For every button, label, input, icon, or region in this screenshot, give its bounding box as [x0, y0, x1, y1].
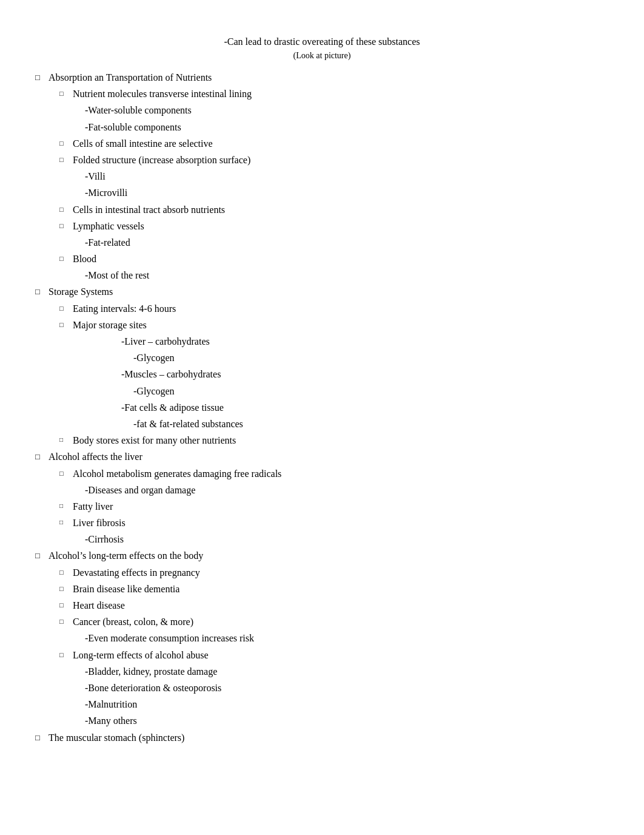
- sub-item: -Cirrhosis: [73, 531, 595, 547]
- list-item: Liver fibrosis -Cirrhosis: [73, 515, 595, 547]
- alcohol-liver-items: Alcohol metabolism generates damaging fr…: [49, 465, 595, 548]
- list-item: Eating intervals: 4-6 hours: [73, 300, 595, 317]
- item-label: Liver fibrosis: [73, 518, 126, 528]
- item-label: Devastating effects in pregnancy: [73, 567, 200, 578]
- alcohol-longterm-items: Devastating effects in pregnancy Brain d…: [49, 564, 595, 729]
- list-item: Fatty liver: [73, 498, 595, 515]
- list-item: Folded structure (increase absorption su…: [73, 152, 595, 201]
- list-item: Long-term effects of alcohol abuse -Blad…: [73, 647, 595, 729]
- sub-item: -Bone deterioration & osteoporosis: [73, 680, 595, 696]
- sub-item: -Many others: [73, 712, 595, 729]
- list-item: Cells of small intestine are selective: [73, 135, 595, 152]
- storage-items: Eating intervals: 4-6 hours Major storag…: [49, 300, 595, 449]
- sub-item: -Diseases and organ damage: [73, 482, 595, 498]
- item-label: Long-term effects of alcohol abuse: [73, 650, 209, 660]
- list-item: -Muscles – carbohydrates: [121, 366, 595, 382]
- section-muscular: The muscular stomach (sphincters): [49, 729, 595, 746]
- item-label: Body stores exist for many other nutrien…: [73, 435, 236, 445]
- item-label: Nutrient molecules transverse intestinal…: [73, 89, 252, 99]
- list-item: -Glycogen: [121, 383, 595, 399]
- item-label: Fatty liver: [73, 501, 113, 512]
- sub-item: -Fat-related: [73, 234, 595, 251]
- list-item: Major storage sites -Liver – carbohydrat…: [73, 317, 595, 432]
- section-muscular-label: The muscular stomach (sphincters): [49, 732, 184, 743]
- sub-item: -Water-soluble components: [73, 102, 595, 118]
- list-item: Alcohol metabolism generates damaging fr…: [73, 465, 595, 498]
- item-label: Cancer (breast, colon, & more): [73, 617, 193, 627]
- list-item: Cells in intestinal tract absorb nutrien…: [73, 201, 595, 218]
- section-alcohol-longterm-label: Alcohol’s long-term effects on the body: [49, 550, 203, 561]
- list-item: Brain disease like dementia: [73, 581, 595, 597]
- sub-item: -Bladder, kidney, prostate damage: [73, 663, 595, 680]
- sub-item: -Villi: [73, 168, 595, 184]
- list-item: -Fat cells & adipose tissue: [121, 399, 595, 416]
- lead-text: -Can lead to drastic overeating of these…: [49, 36, 595, 47]
- list-item: Devastating effects in pregnancy: [73, 564, 595, 581]
- item-label: Major storage sites: [73, 320, 147, 330]
- item-label: Cells in intestinal tract absorb nutrien…: [73, 205, 225, 215]
- sub-item: -Even moderate consumption increases ris…: [73, 630, 595, 646]
- list-item: Body stores exist for many other nutrien…: [73, 432, 595, 448]
- section-storage: Storage Systems Eating intervals: 4-6 ho…: [49, 283, 595, 448]
- list-item: -Liver – carbohydrates: [121, 333, 595, 350]
- section-alcohol-liver: Alcohol affects the liver Alcohol metabo…: [49, 448, 595, 547]
- item-label: Eating intervals: 4-6 hours: [73, 303, 176, 314]
- sub-item: -Fat-soluble components: [73, 119, 595, 135]
- list-item: Lymphatic vessels -Fat-related: [73, 218, 595, 251]
- absorption-items: Nutrient molecules transverse intestinal…: [49, 86, 595, 283]
- page-container: -Can lead to drastic overeating of these…: [49, 36, 595, 746]
- item-label: Lymphatic vessels: [73, 221, 144, 231]
- note-text: (Look at picture): [49, 51, 595, 61]
- item-label: Heart disease: [73, 600, 125, 610]
- item-label: Folded structure (increase absorption su…: [73, 155, 250, 165]
- item-label: Cells of small intestine are selective: [73, 138, 213, 149]
- list-item: Nutrient molecules transverse intestinal…: [73, 86, 595, 135]
- section-absorption: Absorption an Transportation of Nutrient…: [49, 69, 595, 283]
- section-absorption-label: Absorption an Transportation of Nutrient…: [49, 72, 212, 83]
- sub-item: -Malnutrition: [73, 696, 595, 712]
- list-item: Blood -Most of the rest: [73, 251, 595, 283]
- list-item: -fat & fat-related substances: [121, 416, 595, 432]
- list-item: Heart disease: [73, 597, 595, 614]
- item-label: Blood: [73, 254, 96, 264]
- item-label: Alcohol metabolism generates damaging fr…: [73, 468, 281, 479]
- list-item: Cancer (breast, colon, & more) -Even mod…: [73, 614, 595, 646]
- sub-item: -Most of the rest: [73, 267, 595, 283]
- section-alcohol-longterm: Alcohol’s long-term effects on the body …: [49, 547, 595, 729]
- list-item: -Glycogen: [121, 350, 595, 366]
- storage-sub-items: -Liver – carbohydrates -Glycogen -Muscle…: [73, 333, 595, 432]
- sub-item: -Microvilli: [73, 184, 595, 201]
- section-alcohol-liver-label: Alcohol affects the liver: [49, 451, 143, 462]
- item-label: Brain disease like dementia: [73, 584, 179, 594]
- main-list: Absorption an Transportation of Nutrient…: [49, 69, 595, 746]
- section-storage-label: Storage Systems: [49, 286, 113, 297]
